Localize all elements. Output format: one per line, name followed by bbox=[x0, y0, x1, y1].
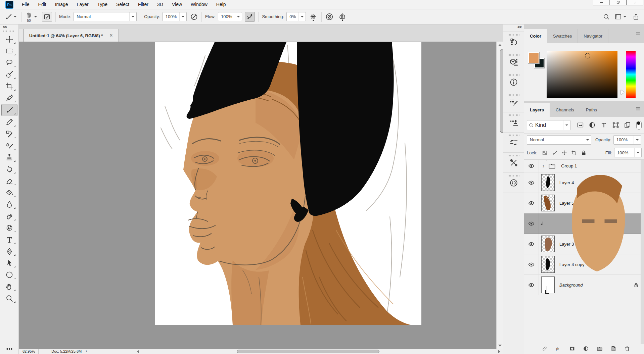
layer-style-fx-button[interactable]: fx bbox=[555, 346, 561, 352]
tab-navigator[interactable]: Navigator bbox=[578, 29, 608, 43]
lock-all-icon[interactable] bbox=[581, 150, 587, 156]
filter-pixel-layers-icon[interactable] bbox=[577, 121, 584, 129]
expand-group-icon[interactable]: › bbox=[543, 163, 544, 169]
foreground-background-swatches[interactable] bbox=[528, 52, 545, 68]
smudge-tool[interactable] bbox=[2, 210, 17, 222]
tab-layers[interactable]: Layers bbox=[524, 103, 550, 117]
smoothing-options-button[interactable] bbox=[309, 12, 318, 21]
close-document-icon[interactable]: × bbox=[109, 33, 112, 39]
canvas-pasteboard[interactable] bbox=[18, 42, 496, 349]
horizontal-scrollbar[interactable] bbox=[134, 349, 503, 354]
hue-slider-pointer[interactable] bbox=[621, 90, 624, 95]
brush-preset-picker[interactable]: 50 bbox=[25, 12, 33, 22]
color-picker-cursor[interactable] bbox=[585, 53, 590, 58]
brushes-panel-button[interactable] bbox=[503, 133, 524, 153]
menu-3d[interactable]: 3D bbox=[153, 0, 168, 9]
foreground-color-swatch[interactable] bbox=[528, 52, 539, 63]
filter-adjustment-layers-icon[interactable] bbox=[589, 121, 596, 129]
menu-image[interactable]: Image bbox=[51, 0, 73, 9]
toggle-brush-settings-button[interactable] bbox=[42, 12, 52, 22]
tab-channels[interactable]: Channels bbox=[550, 103, 580, 117]
filter-kind-select[interactable]: Kind bbox=[527, 120, 570, 130]
menu-select[interactable]: Select bbox=[112, 0, 134, 9]
layers-panel-menu-icon[interactable] bbox=[635, 106, 641, 111]
layer-opacity-input[interactable]: 100% bbox=[613, 135, 641, 145]
brush-tool[interactable] bbox=[1, 104, 17, 116]
creative-cloud-panel-button[interactable] bbox=[503, 173, 524, 193]
canvas-artwork[interactable] bbox=[155, 42, 421, 325]
zoom-level-field[interactable]: 62.95% bbox=[18, 349, 39, 354]
symmetry-button[interactable] bbox=[338, 12, 347, 21]
collapse-tools-button[interactable]: >> bbox=[0, 24, 18, 30]
move-tool[interactable] bbox=[2, 34, 17, 45]
layer-fill-input[interactable]: 100% bbox=[614, 148, 642, 157]
photoshop-logo-icon[interactable]: Ps bbox=[5, 1, 13, 9]
delete-layer-button[interactable] bbox=[624, 346, 630, 352]
scroll-down-icon[interactable] bbox=[498, 345, 502, 347]
vertical-scrollbar[interactable] bbox=[496, 42, 503, 349]
menu-file[interactable]: File bbox=[17, 0, 34, 9]
sponge-tool[interactable] bbox=[2, 222, 17, 234]
shape-tool[interactable] bbox=[2, 269, 17, 281]
visibility-toggle[interactable] bbox=[524, 213, 539, 234]
new-group-button[interactable] bbox=[597, 346, 603, 352]
visibility-toggle[interactable] bbox=[524, 193, 539, 213]
lasso-tool[interactable] bbox=[2, 57, 17, 68]
new-layer-button[interactable] bbox=[610, 346, 616, 352]
smoothing-input[interactable]: 0% bbox=[286, 12, 306, 21]
flow-input[interactable]: 100% bbox=[218, 12, 242, 21]
pressure-size-icon[interactable] bbox=[325, 12, 334, 21]
horizontal-scroll-thumb[interactable] bbox=[237, 350, 379, 353]
layer-thumbnail[interactable] bbox=[545, 160, 644, 294]
blur-tool[interactable] bbox=[2, 199, 17, 210]
scroll-left-icon[interactable] bbox=[137, 350, 139, 353]
chevron-down-icon[interactable] bbox=[33, 15, 39, 18]
filter-smart-objects-icon[interactable] bbox=[624, 121, 631, 129]
pressure-opacity-icon[interactable] bbox=[190, 13, 198, 21]
color-panel-menu-icon[interactable] bbox=[635, 31, 641, 36]
tab-swatches[interactable]: Swatches bbox=[547, 29, 578, 43]
menu-type[interactable]: Type bbox=[93, 0, 112, 9]
status-options-icon[interactable]: › bbox=[86, 349, 87, 353]
menu-view[interactable]: View bbox=[168, 0, 186, 9]
pen-tool[interactable] bbox=[2, 246, 17, 257]
tab-color[interactable]: Color bbox=[524, 29, 547, 43]
properties-3d-panel-button[interactable] bbox=[503, 52, 524, 72]
layer-row-layer-6[interactable]: Layer 6 bbox=[524, 213, 644, 234]
marquee-tool[interactable] bbox=[2, 45, 17, 57]
blend-mode-select[interactable]: Normal bbox=[74, 12, 137, 21]
type-tool[interactable] bbox=[2, 234, 17, 245]
scroll-up-icon[interactable] bbox=[498, 44, 502, 46]
quick-select-tool[interactable] bbox=[2, 69, 17, 80]
opacity-input[interactable]: 100% bbox=[163, 12, 187, 21]
hand-tool[interactable] bbox=[2, 281, 17, 292]
hue-slider[interactable] bbox=[626, 51, 636, 98]
visibility-toggle[interactable] bbox=[524, 254, 539, 274]
minimize-button[interactable] bbox=[593, 0, 610, 5]
saturation-brightness-field[interactable] bbox=[547, 51, 617, 98]
link-layers-button[interactable] bbox=[542, 346, 548, 352]
layers-list-scrollbar[interactable] bbox=[641, 160, 644, 344]
lock-artboard-icon[interactable] bbox=[571, 150, 577, 156]
lock-paint-icon[interactable] bbox=[552, 150, 557, 156]
crop-tool[interactable] bbox=[2, 81, 17, 92]
restore-button[interactable] bbox=[610, 0, 627, 5]
history-panel-button[interactable] bbox=[503, 32, 524, 52]
visibility-toggle[interactable] bbox=[524, 234, 539, 254]
eyedropper-tool[interactable] bbox=[2, 92, 17, 104]
visibility-toggle[interactable] bbox=[524, 275, 539, 295]
current-tool-preview[interactable] bbox=[5, 13, 18, 20]
filter-on-off-toggle[interactable] bbox=[636, 121, 642, 130]
info-panel-button[interactable] bbox=[503, 72, 524, 92]
document-tab[interactable]: Untitled-1 @ 64% (Layer 6, RGB/8) * × bbox=[24, 29, 119, 42]
menu-edit[interactable]: Edit bbox=[34, 0, 51, 9]
visibility-toggle[interactable] bbox=[524, 160, 539, 172]
expand-panels-button[interactable]: << bbox=[503, 24, 524, 32]
close-button[interactable] bbox=[627, 0, 643, 5]
menu-layer[interactable]: Layer bbox=[73, 0, 93, 9]
filter-type-layers-icon[interactable] bbox=[600, 121, 607, 129]
visibility-toggle[interactable] bbox=[524, 172, 539, 193]
history-brush-tool[interactable] bbox=[2, 163, 17, 175]
edit-toolbar-button[interactable] bbox=[0, 345, 18, 353]
layer-blend-mode-select[interactable]: Normal bbox=[527, 135, 591, 145]
